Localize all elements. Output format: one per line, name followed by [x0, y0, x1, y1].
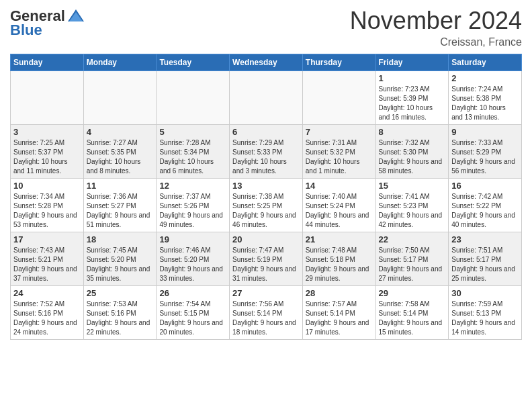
day-info: Sunrise: 7:53 AM Sunset: 5:16 PM Dayligh…: [87, 300, 154, 337]
day-number: 18: [87, 234, 154, 244]
calendar-day: 16Sunrise: 7:42 AM Sunset: 5:22 PM Dayli…: [449, 179, 522, 232]
calendar-day: 7Sunrise: 7:31 AM Sunset: 5:32 PM Daylig…: [302, 125, 375, 179]
day-info: Sunrise: 7:33 AM Sunset: 5:29 PM Dayligh…: [451, 138, 519, 176]
day-number: 20: [232, 234, 300, 244]
calendar-day: [230, 71, 303, 125]
day-number: 22: [379, 234, 446, 244]
day-info: Sunrise: 7:29 AM Sunset: 5:33 PM Dayligh…: [232, 138, 300, 176]
col-friday: Friday: [375, 54, 449, 71]
calendar-day: 15Sunrise: 7:41 AM Sunset: 5:23 PM Dayli…: [375, 179, 449, 232]
day-number: 10: [13, 181, 81, 191]
day-info: Sunrise: 7:48 AM Sunset: 5:18 PM Dayligh…: [306, 246, 373, 283]
day-info: Sunrise: 7:23 AM Sunset: 5:39 PM Dayligh…: [379, 85, 446, 122]
calendar-day: [157, 71, 230, 125]
day-number: 27: [232, 288, 300, 298]
day-info: Sunrise: 7:36 AM Sunset: 5:27 PM Dayligh…: [87, 192, 154, 230]
day-number: 25: [87, 288, 154, 298]
calendar-day: 14Sunrise: 7:40 AM Sunset: 5:24 PM Dayli…: [302, 179, 375, 232]
day-info: Sunrise: 7:28 AM Sunset: 5:34 PM Dayligh…: [159, 138, 226, 176]
day-info: Sunrise: 7:34 AM Sunset: 5:28 PM Dayligh…: [13, 192, 81, 230]
day-number: 26: [159, 288, 226, 298]
day-number: 30: [451, 288, 519, 298]
day-number: 6: [232, 127, 300, 137]
calendar-day: 26Sunrise: 7:54 AM Sunset: 5:15 PM Dayli…: [157, 286, 230, 340]
calendar-week-2: 3Sunrise: 7:25 AM Sunset: 5:37 PM Daylig…: [11, 125, 522, 179]
day-info: Sunrise: 7:42 AM Sunset: 5:22 PM Dayligh…: [451, 192, 519, 230]
day-number: 28: [306, 288, 373, 298]
day-number: 4: [87, 127, 154, 137]
calendar-day: [83, 71, 157, 125]
day-info: Sunrise: 7:50 AM Sunset: 5:17 PM Dayligh…: [379, 246, 446, 283]
day-info: Sunrise: 7:51 AM Sunset: 5:17 PM Dayligh…: [451, 246, 519, 283]
calendar-week-5: 24Sunrise: 7:52 AM Sunset: 5:16 PM Dayli…: [11, 286, 522, 340]
calendar-day: 1Sunrise: 7:23 AM Sunset: 5:39 PM Daylig…: [375, 71, 449, 125]
day-info: Sunrise: 7:54 AM Sunset: 5:15 PM Dayligh…: [159, 300, 226, 337]
calendar-day: 20Sunrise: 7:47 AM Sunset: 5:19 PM Dayli…: [230, 232, 303, 286]
day-number: 21: [306, 234, 373, 244]
calendar-week-4: 17Sunrise: 7:43 AM Sunset: 5:21 PM Dayli…: [11, 232, 522, 286]
day-info: Sunrise: 7:46 AM Sunset: 5:20 PM Dayligh…: [159, 246, 226, 283]
day-info: Sunrise: 7:31 AM Sunset: 5:32 PM Dayligh…: [306, 138, 373, 176]
calendar-day: 30Sunrise: 7:59 AM Sunset: 5:13 PM Dayli…: [449, 286, 522, 340]
day-number: 5: [159, 127, 226, 137]
logo-icon: [66, 7, 85, 26]
calendar-day: 6Sunrise: 7:29 AM Sunset: 5:33 PM Daylig…: [230, 125, 303, 179]
month-title: November 2024: [350, 7, 522, 35]
calendar-day: 9Sunrise: 7:33 AM Sunset: 5:29 PM Daylig…: [449, 125, 522, 179]
day-number: 11: [87, 181, 154, 191]
day-number: 9: [451, 127, 519, 137]
day-number: 16: [451, 181, 519, 191]
logo: General Blue: [10, 7, 85, 38]
calendar-day: 21Sunrise: 7:48 AM Sunset: 5:18 PM Dayli…: [302, 232, 375, 286]
calendar-day: 28Sunrise: 7:57 AM Sunset: 5:14 PM Dayli…: [302, 286, 375, 340]
day-number: 29: [379, 288, 446, 298]
calendar-day: 8Sunrise: 7:32 AM Sunset: 5:30 PM Daylig…: [375, 125, 449, 179]
calendar-table: Sunday Monday Tuesday Wednesday Thursday…: [10, 54, 522, 340]
day-info: Sunrise: 7:38 AM Sunset: 5:25 PM Dayligh…: [232, 192, 300, 230]
calendar-day: 22Sunrise: 7:50 AM Sunset: 5:17 PM Dayli…: [375, 232, 449, 286]
day-info: Sunrise: 7:37 AM Sunset: 5:26 PM Dayligh…: [159, 192, 226, 230]
calendar-day: 18Sunrise: 7:45 AM Sunset: 5:20 PM Dayli…: [83, 232, 157, 286]
calendar-day: 4Sunrise: 7:27 AM Sunset: 5:35 PM Daylig…: [83, 125, 157, 179]
col-sunday: Sunday: [11, 54, 84, 71]
calendar-day: 17Sunrise: 7:43 AM Sunset: 5:21 PM Dayli…: [11, 232, 84, 286]
day-number: 24: [13, 288, 81, 298]
title-block: November 2024 Creissan, France: [350, 7, 522, 48]
calendar-day: 12Sunrise: 7:37 AM Sunset: 5:26 PM Dayli…: [157, 179, 230, 232]
day-info: Sunrise: 7:27 AM Sunset: 5:35 PM Dayligh…: [87, 138, 154, 176]
calendar-day: [302, 71, 375, 125]
day-info: Sunrise: 7:40 AM Sunset: 5:24 PM Dayligh…: [306, 192, 373, 230]
day-number: 23: [451, 234, 519, 244]
calendar-header-row: Sunday Monday Tuesday Wednesday Thursday…: [11, 54, 522, 71]
day-info: Sunrise: 7:32 AM Sunset: 5:30 PM Dayligh…: [379, 138, 446, 176]
col-monday: Monday: [83, 54, 157, 71]
calendar-day: 23Sunrise: 7:51 AM Sunset: 5:17 PM Dayli…: [449, 232, 522, 286]
day-info: Sunrise: 7:43 AM Sunset: 5:21 PM Dayligh…: [13, 246, 81, 283]
calendar-day: 19Sunrise: 7:46 AM Sunset: 5:20 PM Dayli…: [157, 232, 230, 286]
day-info: Sunrise: 7:25 AM Sunset: 5:37 PM Dayligh…: [13, 138, 81, 176]
col-thursday: Thursday: [302, 54, 375, 71]
day-info: Sunrise: 7:47 AM Sunset: 5:19 PM Dayligh…: [232, 246, 300, 283]
day-info: Sunrise: 7:59 AM Sunset: 5:13 PM Dayligh…: [451, 300, 519, 337]
day-number: 15: [379, 181, 446, 191]
calendar-day: 29Sunrise: 7:58 AM Sunset: 5:14 PM Dayli…: [375, 286, 449, 340]
calendar-day: 5Sunrise: 7:28 AM Sunset: 5:34 PM Daylig…: [157, 125, 230, 179]
day-number: 19: [159, 234, 226, 244]
day-info: Sunrise: 7:52 AM Sunset: 5:16 PM Dayligh…: [13, 300, 81, 337]
day-number: 12: [159, 181, 226, 191]
calendar-day: 2Sunrise: 7:24 AM Sunset: 5:38 PM Daylig…: [449, 71, 522, 125]
day-number: 14: [306, 181, 373, 191]
col-tuesday: Tuesday: [157, 54, 230, 71]
calendar-day: 13Sunrise: 7:38 AM Sunset: 5:25 PM Dayli…: [230, 179, 303, 232]
calendar-day: 10Sunrise: 7:34 AM Sunset: 5:28 PM Dayli…: [11, 179, 84, 232]
calendar-week-1: 1Sunrise: 7:23 AM Sunset: 5:39 PM Daylig…: [11, 71, 522, 125]
day-info: Sunrise: 7:24 AM Sunset: 5:38 PM Dayligh…: [451, 85, 519, 122]
calendar-day: 3Sunrise: 7:25 AM Sunset: 5:37 PM Daylig…: [11, 125, 84, 179]
day-number: 2: [451, 73, 519, 83]
col-saturday: Saturday: [449, 54, 522, 71]
location: Creissan, France: [350, 36, 522, 48]
calendar-day: 11Sunrise: 7:36 AM Sunset: 5:27 PM Dayli…: [83, 179, 157, 232]
day-info: Sunrise: 7:56 AM Sunset: 5:14 PM Dayligh…: [232, 300, 300, 337]
page-header: General Blue November 2024 Creissan, Fra…: [10, 7, 522, 48]
col-wednesday: Wednesday: [230, 54, 303, 71]
